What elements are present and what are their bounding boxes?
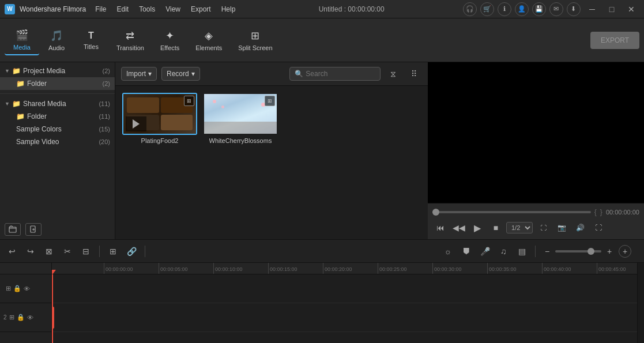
preview-panel: { } 00:00:00:00 ⏮ ◀◀ ▶ ■ 1/2 1/1 2/1 ⛶ 📷…: [428, 62, 644, 239]
sample-video-count: (20): [99, 138, 110, 145]
zoom-slider[interactable]: [555, 250, 601, 252]
menu-bar: File Edit Tools View Export Help: [91, 3, 240, 16]
food-thumbnail: ⊞: [122, 93, 197, 135]
menu-view[interactable]: View: [161, 3, 185, 16]
menu-tools[interactable]: Tools: [134, 3, 160, 16]
preview-slider-handle[interactable]: [432, 209, 439, 216]
track-2-num: 2: [3, 314, 7, 321]
title-center: Untitled : 00:00:00:00: [319, 5, 385, 13]
track-2-eye-icon[interactable]: 👁: [27, 314, 33, 321]
track-controls: ⊞ 🔒 👁 2 ⊞ 🔒 👁: [0, 263, 52, 343]
zoom-out-button[interactable]: −: [541, 246, 553, 257]
project-media-tree-item[interactable]: ▼ 📁 Project Media (2): [0, 65, 115, 77]
fit-view-button[interactable]: ⛶: [535, 220, 551, 236]
info-icon[interactable]: ℹ: [498, 2, 511, 16]
playhead[interactable]: [52, 274, 53, 343]
menu-file[interactable]: File: [91, 3, 111, 16]
sample-video-item[interactable]: Sample Video (20): [0, 135, 115, 148]
track-content: 00:00:00:00 00:00:05:00 00:00:10:00 00:0…: [52, 263, 637, 343]
import-dropdown[interactable]: Import ▾: [121, 67, 157, 81]
track-1-grid-icon[interactable]: ⊞: [6, 285, 11, 292]
volume-button[interactable]: 🔊: [572, 220, 588, 236]
grid-view-button[interactable]: ⠿: [406, 66, 422, 82]
search-input[interactable]: [306, 70, 375, 78]
preview-progress-slider[interactable]: [432, 211, 591, 213]
toolbar-elements[interactable]: ◈ Elements: [187, 26, 230, 55]
timeline-area: ↩ ↪ ⊠ ✂ ⊟ ⊞ 🔗 ☼ ⛊ 🎤 ♫ ▤ − + + ⊞: [0, 239, 644, 343]
sample-colors-item[interactable]: Sample Colors (15): [0, 123, 115, 135]
cut-button[interactable]: ✂: [60, 244, 75, 259]
search-box[interactable]: 🔍: [289, 67, 381, 81]
step-back-button[interactable]: ⏮: [432, 220, 449, 236]
redo-button[interactable]: ↪: [23, 244, 38, 259]
shared-folder-label: Folder: [27, 112, 96, 120]
close-button[interactable]: ✕: [623, 3, 639, 16]
speed-select[interactable]: 1/2 1/1 2/1: [506, 222, 533, 233]
add-track-button[interactable]: +: [619, 245, 631, 258]
shared-media-count: (11): [99, 100, 110, 107]
timeline-main: ⊞ 🔒 👁 2 ⊞ 🔒 👁 00:00:00:00 00:00:05:00 00…: [0, 263, 644, 343]
title-bar-right: 🎧 🛒 ℹ 👤 💾 ✉ ⬇ ─ □ ✕: [463, 2, 639, 16]
download-icon[interactable]: ⬇: [567, 2, 581, 16]
split-screen-label: Split Screen: [238, 44, 272, 51]
shared-media-tree-item[interactable]: ▼ 📁 Shared Media (11): [0, 97, 115, 110]
toolbar-split-screen[interactable]: ⊞ Split Screen: [230, 26, 280, 55]
snapshot-button[interactable]: 📷: [553, 220, 570, 236]
track-content-inner: [52, 274, 637, 343]
sun-button[interactable]: ☼: [440, 244, 455, 259]
frame-back-button[interactable]: ◀◀: [451, 220, 467, 236]
music-button[interactable]: ♫: [496, 244, 511, 259]
menu-edit[interactable]: Edit: [112, 3, 134, 16]
stop-button[interactable]: ■: [488, 220, 504, 236]
email-icon[interactable]: ✉: [549, 2, 563, 16]
toolbar-media[interactable]: 🎬 Media: [5, 25, 39, 55]
zoom-slider-handle[interactable]: [587, 248, 594, 255]
play-button[interactable]: ▶: [469, 220, 485, 236]
sample-colors-label: Sample Colors: [16, 125, 96, 133]
import-chevron-icon: ▾: [148, 70, 152, 78]
user-icon[interactable]: 👤: [515, 2, 529, 16]
toolbar-transition[interactable]: ⇄ Transition: [108, 26, 152, 55]
shared-folder-item[interactable]: 📁 Folder (11): [0, 110, 115, 123]
mic-button[interactable]: 🎤: [477, 244, 492, 259]
zoom-in-button[interactable]: +: [604, 246, 615, 257]
timeline-scrollbar[interactable]: [637, 263, 644, 343]
ruler-1: 00:00:05:00: [159, 263, 213, 274]
maximize-button[interactable]: □: [604, 3, 620, 16]
media-thumb-cherry[interactable]: ⊞ WhiteCherryBlossoms: [203, 93, 278, 144]
track-1-lock-icon[interactable]: 🔒: [13, 285, 21, 292]
delete-clip-button[interactable]: ⊠: [42, 244, 57, 259]
shield-button[interactable]: ⛊: [459, 244, 474, 259]
cherry-thumb-label: WhiteCherryBlossoms: [209, 137, 272, 144]
track-2-lock-icon[interactable]: 🔒: [17, 314, 25, 321]
media-thumb-food[interactable]: ⊞ PlatingFood2: [122, 93, 197, 144]
cart-icon[interactable]: 🛒: [480, 2, 494, 16]
new-media-button[interactable]: [25, 223, 42, 236]
track-2-grid-icon[interactable]: ⊞: [9, 314, 14, 321]
record-dropdown[interactable]: Record ▾: [161, 67, 200, 81]
magnetic-button[interactable]: 🔗: [124, 244, 139, 259]
menu-export[interactable]: Export: [186, 3, 216, 16]
export-button[interactable]: EXPORT: [590, 32, 639, 49]
title-bar: W Wondershare Filmora File Edit Tools Vi…: [0, 0, 644, 18]
filter-button[interactable]: ⧖: [385, 66, 401, 82]
folder-tree-item[interactable]: 📁 Folder (2): [0, 77, 115, 90]
app-name: Wondershare Filmora: [20, 5, 86, 13]
track-1-eye-icon[interactable]: 👁: [24, 285, 30, 292]
fullscreen-button[interactable]: ⛶: [590, 220, 607, 236]
search-icon: 🔍: [295, 70, 303, 78]
toolbar-titles[interactable]: T Titles: [74, 27, 108, 54]
new-folder-button[interactable]: [5, 223, 21, 236]
bracket-left: {: [594, 208, 597, 216]
save-icon[interactable]: 💾: [532, 2, 546, 16]
undo-button[interactable]: ↩: [5, 244, 20, 259]
snap-button[interactable]: ⊞: [106, 244, 120, 259]
caption-button[interactable]: ▤: [514, 244, 529, 259]
adjust-button[interactable]: ⊟: [78, 244, 93, 259]
toolbar-effects[interactable]: ✦ Effects: [152, 26, 187, 55]
preview-area: [428, 62, 644, 203]
menu-help[interactable]: Help: [217, 3, 240, 16]
headphones-icon[interactable]: 🎧: [463, 2, 477, 16]
toolbar-audio[interactable]: 🎵 Audio: [39, 26, 74, 55]
minimize-button[interactable]: ─: [584, 3, 600, 16]
